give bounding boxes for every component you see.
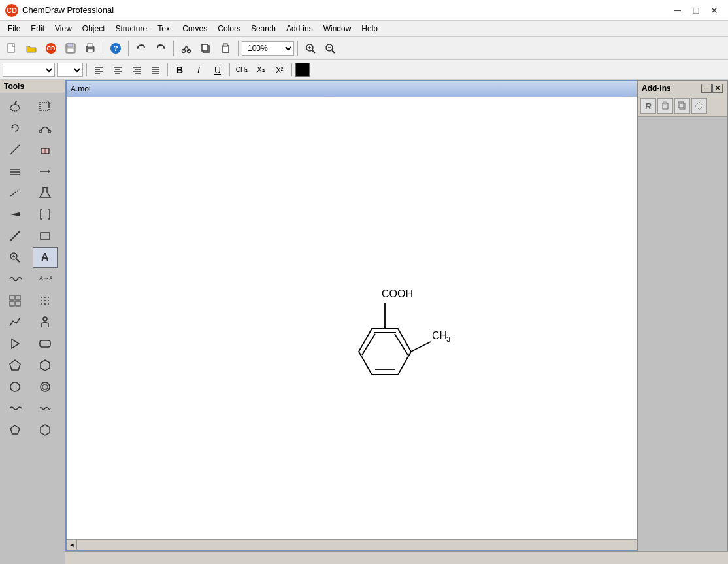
zoom-in-button[interactable]: [301, 39, 320, 58]
ring-tool[interactable]: [33, 376, 58, 397]
menu-window[interactable]: Window: [318, 23, 357, 35]
help-button[interactable]: ?: [107, 39, 125, 58]
format-sep2: [167, 63, 168, 76]
superscript-button[interactable]: X²: [271, 63, 288, 77]
dotgrid-tool[interactable]: [33, 290, 58, 311]
multibond-tool[interactable]: [3, 161, 27, 182]
menu-addins[interactable]: Add-ins: [281, 23, 318, 35]
close-button[interactable]: ✕: [706, 4, 723, 17]
eraser-tool[interactable]: [33, 139, 58, 160]
curve-tool[interactable]: [33, 118, 58, 139]
text-tool[interactable]: A: [33, 247, 58, 268]
align-right-button[interactable]: [128, 63, 145, 77]
methylene-button[interactable]: CH₂: [233, 63, 250, 77]
undo-button[interactable]: [132, 39, 150, 58]
font-select[interactable]: [3, 63, 55, 77]
new-button[interactable]: [3, 39, 21, 58]
addins-minimize-button[interactable]: ─: [701, 84, 712, 93]
menu-text[interactable]: Text: [152, 23, 177, 35]
play-tool[interactable]: [3, 333, 27, 354]
dash-bond-tool[interactable]: [3, 182, 27, 203]
svg-marker-102: [695, 102, 703, 110]
marquee-tool[interactable]: [33, 96, 58, 117]
addins-paste-button[interactable]: [657, 98, 673, 114]
window-controls: ─ □ ✕: [669, 4, 723, 17]
menu-bar: File Edit View Object Structure Text Cur…: [0, 21, 728, 37]
arrow-tool[interactable]: [33, 161, 58, 182]
menu-colors[interactable]: Colors: [212, 23, 246, 35]
addins-close-button[interactable]: ✕: [712, 84, 723, 93]
svg-text:A→A: A→A: [39, 275, 52, 282]
scroll-left-button[interactable]: ◄: [67, 540, 77, 550]
cd-logo-button[interactable]: CD: [42, 39, 60, 58]
addins-copy-button[interactable]: [674, 98, 690, 114]
minimize-button[interactable]: ─: [669, 4, 686, 17]
italic-button[interactable]: I: [190, 63, 207, 77]
svg-marker-7: [137, 46, 140, 49]
graph-tool[interactable]: [3, 312, 27, 333]
hexagon-tool[interactable]: [33, 355, 58, 376]
align-left-button[interactable]: [90, 63, 107, 77]
rotate-tool[interactable]: [3, 118, 27, 139]
line-tool[interactable]: [3, 139, 27, 160]
replace-text-tool[interactable]: A→A: [33, 269, 58, 290]
squiggle-tool[interactable]: [3, 398, 27, 419]
wave2-tool[interactable]: [33, 398, 58, 419]
underline-button[interactable]: U: [209, 63, 226, 77]
addins-diamond-button[interactable]: [691, 98, 707, 114]
paste-button[interactable]: [216, 39, 235, 58]
menu-file[interactable]: File: [3, 23, 25, 35]
size-select[interactable]: [57, 63, 83, 77]
align-justify-button[interactable]: [147, 63, 164, 77]
pent-ring-tool[interactable]: [3, 420, 27, 440]
align-center-button[interactable]: [109, 63, 126, 77]
save-button[interactable]: [61, 39, 80, 58]
svg-marker-8: [162, 46, 165, 49]
print-button[interactable]: [81, 39, 99, 58]
copy-button[interactable]: [197, 39, 215, 58]
wedge-bond-tool[interactable]: [3, 204, 27, 225]
chem-canvas[interactable]: COOH CH 3: [67, 81, 703, 537]
bond-tool[interactable]: [3, 225, 27, 246]
rect-tool[interactable]: [33, 225, 58, 246]
toolbar: CD ? 50% 75% 100% 150% 200%: [0, 37, 728, 60]
maximize-button[interactable]: □: [687, 4, 704, 17]
lasso-tool[interactable]: [3, 96, 27, 117]
document-window: A.mol ─ □ ✕: [65, 80, 715, 551]
hex-ring-tool[interactable]: [33, 420, 58, 440]
subscript-button[interactable]: X₂: [252, 63, 269, 77]
zoom-out-button[interactable]: [321, 39, 339, 58]
text-color-button[interactable]: [295, 63, 310, 77]
open-button[interactable]: [22, 39, 41, 58]
doc-scrollbar-horizontal[interactable]: ◄ ► ⊡: [67, 539, 703, 550]
menu-edit[interactable]: Edit: [25, 23, 50, 35]
round-rect-tool[interactable]: [33, 333, 58, 354]
redo-button[interactable]: [152, 39, 170, 58]
flask-tool[interactable]: [33, 182, 58, 203]
menu-structure[interactable]: Structure: [110, 23, 153, 35]
addins-toolbar: R: [638, 95, 727, 117]
bold-button[interactable]: B: [171, 63, 188, 77]
cut-button[interactable]: [177, 39, 195, 58]
tools-header: Tools: [0, 80, 65, 93]
zoom-tool[interactable]: [3, 247, 27, 268]
svg-point-82: [10, 382, 20, 391]
menu-help[interactable]: Help: [356, 23, 383, 35]
circle-tool[interactable]: [3, 376, 27, 397]
menu-curves[interactable]: Curves: [177, 23, 212, 35]
person-tool[interactable]: [33, 312, 58, 333]
addins-r-button[interactable]: R: [640, 98, 656, 114]
grid-tool[interactable]: [3, 290, 27, 311]
svg-line-22: [332, 50, 335, 53]
menu-search[interactable]: Search: [246, 23, 281, 35]
svg-marker-55: [10, 212, 20, 216]
svg-point-76: [48, 303, 49, 305]
wave-tool[interactable]: [3, 269, 27, 290]
menu-object[interactable]: Object: [77, 23, 110, 35]
svg-rect-41: [40, 103, 49, 110]
menu-view[interactable]: View: [50, 23, 77, 35]
zoom-select[interactable]: 50% 75% 100% 150% 200%: [242, 41, 294, 56]
svg-rect-67: [16, 301, 20, 306]
bracket-tool[interactable]: [33, 204, 58, 225]
pentagon-tool[interactable]: [3, 355, 27, 376]
